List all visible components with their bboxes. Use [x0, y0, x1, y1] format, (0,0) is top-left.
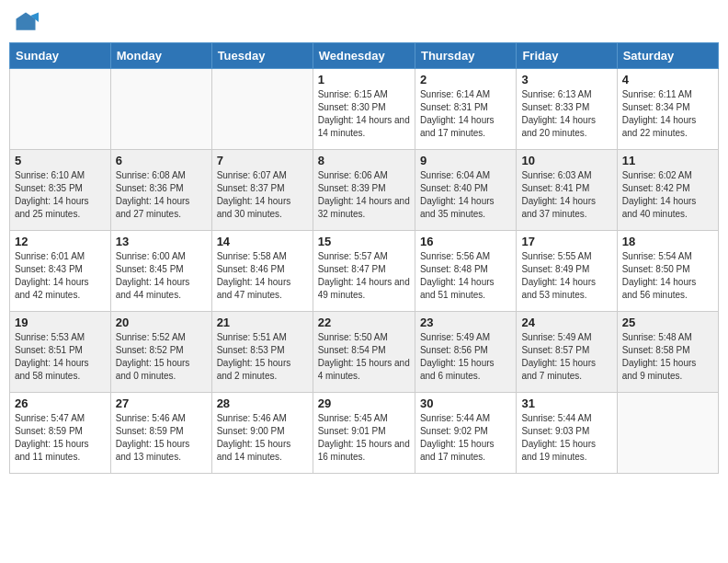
day-number: 15 — [318, 235, 410, 248]
day-info: Sunrise: 5:54 AMSunset: 8:50 PMDaylight:… — [622, 250, 713, 302]
day-number: 21 — [217, 316, 308, 329]
day-info: Sunrise: 5:46 AMSunset: 9:00 PMDaylight:… — [217, 412, 308, 464]
day-cell — [211, 69, 313, 150]
day-number: 11 — [622, 154, 713, 167]
day-number: 18 — [622, 235, 713, 248]
calendar-header-row: SundayMondayTuesdayWednesdayThursdayFrid… — [10, 43, 719, 69]
week-row-1: 1Sunrise: 6:15 AMSunset: 8:30 PMDaylight… — [10, 69, 719, 150]
col-header-monday: Monday — [110, 43, 211, 69]
day-cell: 2Sunrise: 6:14 AMSunset: 8:31 PMDaylight… — [415, 69, 516, 150]
day-number: 31 — [521, 396, 611, 410]
day-number: 28 — [217, 396, 308, 410]
day-cell: 25Sunrise: 5:48 AMSunset: 8:58 PMDayligh… — [617, 312, 718, 393]
day-info: Sunrise: 6:03 AMSunset: 8:41 PMDaylight:… — [521, 169, 611, 221]
day-info: Sunrise: 6:00 AMSunset: 8:45 PMDaylight:… — [116, 250, 207, 302]
day-cell: 19Sunrise: 5:53 AMSunset: 8:51 PMDayligh… — [10, 312, 111, 393]
day-cell: 3Sunrise: 6:13 AMSunset: 8:33 PMDaylight… — [517, 69, 617, 150]
day-info: Sunrise: 5:57 AMSunset: 8:47 PMDaylight:… — [318, 250, 410, 302]
day-number: 7 — [217, 154, 308, 167]
day-cell: 10Sunrise: 6:03 AMSunset: 8:41 PMDayligh… — [517, 150, 617, 231]
day-info: Sunrise: 5:53 AMSunset: 8:51 PMDaylight:… — [15, 331, 106, 383]
day-cell: 7Sunrise: 6:07 AMSunset: 8:37 PMDaylight… — [211, 150, 313, 231]
day-number: 8 — [318, 154, 410, 167]
day-cell: 15Sunrise: 5:57 AMSunset: 8:47 PMDayligh… — [313, 231, 415, 312]
day-info: Sunrise: 5:51 AMSunset: 8:53 PMDaylight:… — [217, 331, 308, 383]
day-number: 5 — [15, 154, 106, 167]
day-number: 29 — [318, 396, 410, 410]
day-number: 30 — [420, 396, 511, 410]
day-cell: 27Sunrise: 5:46 AMSunset: 8:59 PMDayligh… — [110, 393, 211, 474]
day-cell: 6Sunrise: 6:08 AMSunset: 8:36 PMDaylight… — [110, 150, 211, 231]
day-info: Sunrise: 5:52 AMSunset: 8:52 PMDaylight:… — [116, 331, 207, 383]
day-cell: 20Sunrise: 5:52 AMSunset: 8:52 PMDayligh… — [110, 312, 211, 393]
day-number: 19 — [15, 316, 106, 329]
day-cell: 29Sunrise: 5:45 AMSunset: 9:01 PMDayligh… — [313, 393, 415, 474]
col-header-friday: Friday — [517, 43, 617, 69]
day-cell: 23Sunrise: 5:49 AMSunset: 8:56 PMDayligh… — [415, 312, 516, 393]
day-number: 25 — [622, 316, 713, 329]
day-cell: 30Sunrise: 5:44 AMSunset: 9:02 PMDayligh… — [415, 393, 516, 474]
col-header-saturday: Saturday — [617, 43, 718, 69]
day-info: Sunrise: 6:08 AMSunset: 8:36 PMDaylight:… — [116, 169, 207, 221]
day-cell: 14Sunrise: 5:58 AMSunset: 8:46 PMDayligh… — [211, 231, 313, 312]
day-cell: 26Sunrise: 5:47 AMSunset: 8:59 PMDayligh… — [10, 393, 111, 474]
logo — [13, 9, 40, 35]
day-number: 1 — [318, 73, 410, 86]
day-cell: 1Sunrise: 6:15 AMSunset: 8:30 PMDaylight… — [313, 69, 415, 150]
week-row-2: 5Sunrise: 6:10 AMSunset: 8:35 PMDaylight… — [10, 150, 719, 231]
calendar-table: SundayMondayTuesdayWednesdayThursdayFrid… — [9, 42, 719, 474]
day-info: Sunrise: 5:49 AMSunset: 8:56 PMDaylight:… — [420, 331, 511, 383]
day-info: Sunrise: 6:06 AMSunset: 8:39 PMDaylight:… — [318, 169, 410, 221]
week-row-4: 19Sunrise: 5:53 AMSunset: 8:51 PMDayligh… — [10, 312, 719, 393]
day-cell: 4Sunrise: 6:11 AMSunset: 8:34 PMDaylight… — [617, 69, 718, 150]
day-info: Sunrise: 6:04 AMSunset: 8:40 PMDaylight:… — [420, 169, 511, 221]
day-cell: 18Sunrise: 5:54 AMSunset: 8:50 PMDayligh… — [617, 231, 718, 312]
day-cell: 17Sunrise: 5:55 AMSunset: 8:49 PMDayligh… — [517, 231, 617, 312]
day-number: 20 — [116, 316, 207, 329]
day-number: 13 — [116, 235, 207, 248]
day-cell: 24Sunrise: 5:49 AMSunset: 8:57 PMDayligh… — [517, 312, 617, 393]
logo-icon — [13, 9, 39, 35]
day-cell: 8Sunrise: 6:06 AMSunset: 8:39 PMDaylight… — [313, 150, 415, 231]
day-info: Sunrise: 6:10 AMSunset: 8:35 PMDaylight:… — [15, 169, 106, 221]
day-info: Sunrise: 6:11 AMSunset: 8:34 PMDaylight:… — [622, 88, 713, 140]
day-cell: 16Sunrise: 5:56 AMSunset: 8:48 PMDayligh… — [415, 231, 516, 312]
day-info: Sunrise: 5:47 AMSunset: 8:59 PMDaylight:… — [15, 412, 106, 464]
day-info: Sunrise: 5:50 AMSunset: 8:54 PMDaylight:… — [318, 331, 410, 383]
day-info: Sunrise: 5:55 AMSunset: 8:49 PMDaylight:… — [521, 250, 611, 302]
day-info: Sunrise: 6:14 AMSunset: 8:31 PMDaylight:… — [420, 88, 511, 140]
day-info: Sunrise: 5:49 AMSunset: 8:57 PMDaylight:… — [521, 331, 611, 383]
day-number: 24 — [521, 316, 611, 329]
day-number: 16 — [420, 235, 511, 248]
day-cell: 22Sunrise: 5:50 AMSunset: 8:54 PMDayligh… — [313, 312, 415, 393]
col-header-tuesday: Tuesday — [211, 43, 313, 69]
day-number: 3 — [521, 73, 611, 86]
day-cell: 12Sunrise: 6:01 AMSunset: 8:43 PMDayligh… — [10, 231, 111, 312]
day-cell: 9Sunrise: 6:04 AMSunset: 8:40 PMDaylight… — [415, 150, 516, 231]
day-cell: 28Sunrise: 5:46 AMSunset: 9:00 PMDayligh… — [211, 393, 313, 474]
day-number: 26 — [15, 396, 106, 410]
day-number: 22 — [318, 316, 410, 329]
day-number: 9 — [420, 154, 511, 167]
day-info: Sunrise: 5:45 AMSunset: 9:01 PMDaylight:… — [318, 412, 410, 464]
week-row-3: 12Sunrise: 6:01 AMSunset: 8:43 PMDayligh… — [10, 231, 719, 312]
day-info: Sunrise: 6:02 AMSunset: 8:42 PMDaylight:… — [622, 169, 713, 221]
page-header — [9, 9, 719, 35]
day-info: Sunrise: 5:48 AMSunset: 8:58 PMDaylight:… — [622, 331, 713, 383]
day-info: Sunrise: 5:46 AMSunset: 8:59 PMDaylight:… — [116, 412, 207, 464]
col-header-wednesday: Wednesday — [313, 43, 415, 69]
day-info: Sunrise: 6:07 AMSunset: 8:37 PMDaylight:… — [217, 169, 308, 221]
day-cell: 31Sunrise: 5:44 AMSunset: 9:03 PMDayligh… — [517, 393, 617, 474]
day-cell: 21Sunrise: 5:51 AMSunset: 8:53 PMDayligh… — [211, 312, 313, 393]
day-cell — [110, 69, 211, 150]
day-number: 6 — [116, 154, 207, 167]
week-row-5: 26Sunrise: 5:47 AMSunset: 8:59 PMDayligh… — [10, 393, 719, 474]
day-cell — [617, 393, 718, 474]
col-header-thursday: Thursday — [415, 43, 516, 69]
col-header-sunday: Sunday — [10, 43, 111, 69]
day-number: 2 — [420, 73, 511, 86]
day-info: Sunrise: 6:13 AMSunset: 8:33 PMDaylight:… — [521, 88, 611, 140]
day-info: Sunrise: 5:44 AMSunset: 9:02 PMDaylight:… — [420, 412, 511, 464]
day-cell: 13Sunrise: 6:00 AMSunset: 8:45 PMDayligh… — [110, 231, 211, 312]
day-number: 23 — [420, 316, 511, 329]
